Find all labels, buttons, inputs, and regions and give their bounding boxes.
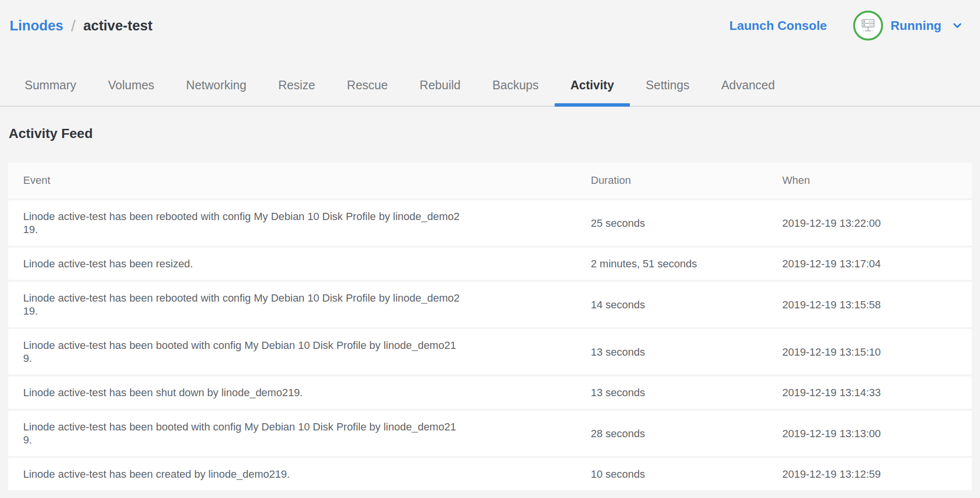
when-cell: 2019-12-19 13:13:00 (782, 427, 972, 440)
tab-backups[interactable]: Backups (476, 68, 555, 106)
breadcrumb-current: active-test (83, 18, 152, 34)
tab-rebuild[interactable]: Rebuild (404, 68, 476, 106)
duration-cell: 28 seconds (591, 427, 782, 440)
event-cell: Linode active-test has been resized. (8, 257, 591, 270)
when-cell: 2019-12-19 13:12:59 (782, 468, 972, 481)
table-header-row: Event Duration When (8, 163, 972, 198)
server-icon (853, 11, 883, 41)
top-bar: Linodes / active-test Launch Console (0, 0, 980, 42)
header-cell-event: Event (8, 174, 591, 187)
event-cell: Linode active-test has been booted with … (8, 339, 591, 365)
table-row: Linode active-test has been shut down by… (8, 376, 972, 409)
tab-networking[interactable]: Networking (170, 68, 262, 106)
when-cell: 2019-12-19 13:17:04 (782, 257, 972, 270)
tab-advanced[interactable]: Advanced (705, 68, 790, 106)
event-cell: Linode active-test has been shut down by… (8, 386, 591, 399)
table-row: Linode active-test has been booted with … (8, 329, 972, 374)
tab-summary[interactable]: Summary (9, 68, 92, 106)
top-bar-actions: Launch Console (729, 11, 964, 41)
when-cell: 2019-12-19 13:15:58 (782, 298, 972, 311)
tab-rescue[interactable]: Rescue (331, 68, 404, 106)
status-dropdown-button[interactable]: Running (853, 11, 964, 41)
breadcrumb-linodes-link[interactable]: Linodes (10, 18, 63, 34)
breadcrumb: Linodes / active-test (10, 16, 152, 35)
tab-activity[interactable]: Activity (555, 68, 630, 106)
when-cell: 2019-12-19 13:22:00 (782, 217, 972, 230)
table-row: Linode active-test has been created by l… (8, 458, 972, 490)
duration-cell: 13 seconds (591, 386, 782, 399)
tab-resize[interactable]: Resize (262, 68, 331, 106)
duration-cell: 25 seconds (591, 217, 782, 230)
activity-feed-title: Activity Feed (9, 126, 980, 141)
table-row: Linode active-test has been booted with … (8, 411, 972, 456)
tab-bar: SummaryVolumesNetworkingResizeRescueRebu… (0, 68, 980, 107)
when-cell: 2019-12-19 13:15:10 (782, 346, 972, 359)
status-label: Running (891, 18, 941, 33)
activity-table: Event Duration When Linode active-test h… (8, 163, 972, 490)
breadcrumb-separator: / (71, 16, 75, 35)
tab-settings[interactable]: Settings (630, 68, 705, 106)
tab-volumes[interactable]: Volumes (92, 68, 170, 106)
table-row: Linode active-test has been rebooted wit… (8, 200, 972, 246)
table-row: Linode active-test has been rebooted wit… (8, 282, 972, 327)
header-cell-duration: Duration (591, 174, 782, 187)
duration-cell: 2 minutes, 51 seconds (591, 257, 782, 270)
duration-cell: 13 seconds (591, 346, 782, 359)
event-cell: Linode active-test has been booted with … (8, 420, 591, 446)
event-cell: Linode active-test has been rebooted wit… (8, 291, 591, 318)
chevron-down-icon[interactable] (951, 19, 964, 32)
duration-cell: 10 seconds (591, 468, 782, 481)
event-cell: Linode active-test has been created by l… (8, 468, 591, 481)
launch-console-link[interactable]: Launch Console (729, 18, 827, 33)
when-cell: 2019-12-19 13:14:33 (782, 386, 972, 399)
event-cell: Linode active-test has been rebooted wit… (8, 210, 591, 236)
duration-cell: 14 seconds (591, 298, 782, 311)
table-row: Linode active-test has been resized.2 mi… (8, 248, 972, 280)
header-cell-when: When (782, 174, 972, 187)
